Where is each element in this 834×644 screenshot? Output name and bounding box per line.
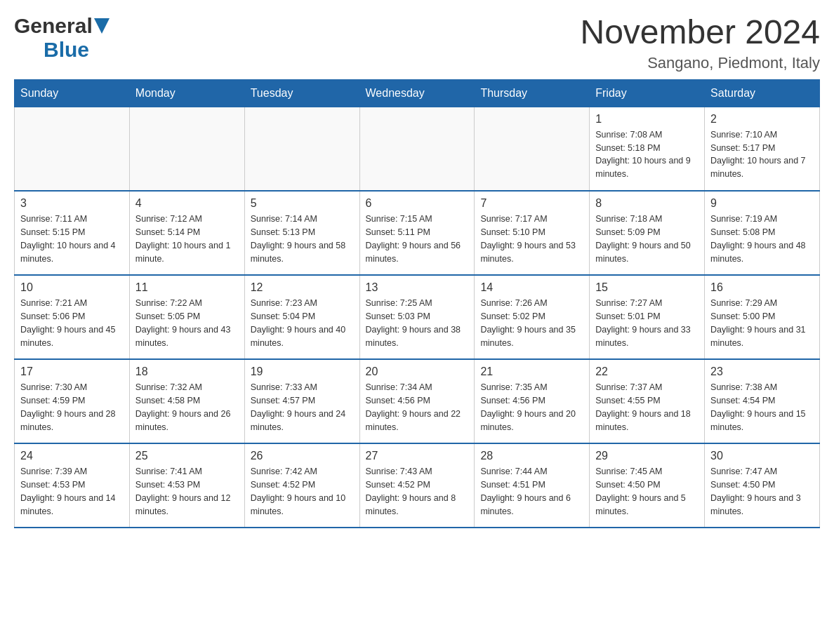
day-detail: Sunrise: 7:17 AMSunset: 5:10 PMDaylight:… (480, 213, 583, 265)
day-detail: Sunrise: 7:21 AMSunset: 5:06 PMDaylight:… (20, 297, 124, 349)
table-row: 13Sunrise: 7:25 AMSunset: 5:03 PMDayligh… (359, 275, 475, 359)
day-number: 24 (20, 450, 124, 462)
logo-triangle-icon (94, 18, 110, 36)
table-row: 29Sunrise: 7:45 AMSunset: 4:50 PMDayligh… (590, 443, 705, 528)
table-row: 5Sunrise: 7:14 AMSunset: 5:13 PMDaylight… (244, 191, 359, 275)
col-sunday: Sunday (15, 79, 130, 107)
day-number: 12 (251, 281, 354, 294)
day-detail: Sunrise: 7:42 AMSunset: 4:52 PMDaylight:… (251, 465, 354, 518)
calendar-week-row: 1Sunrise: 7:08 AMSunset: 5:18 PMDaylight… (15, 107, 820, 191)
col-monday: Monday (129, 79, 244, 107)
table-row: 6Sunrise: 7:15 AMSunset: 5:11 PMDaylight… (359, 191, 475, 275)
table-row: 4Sunrise: 7:12 AMSunset: 5:14 PMDaylight… (129, 191, 244, 275)
day-number: 18 (135, 365, 239, 378)
table-row: 30Sunrise: 7:47 AMSunset: 4:50 PMDayligh… (705, 443, 820, 528)
day-detail: Sunrise: 7:23 AMSunset: 5:04 PMDaylight:… (251, 297, 354, 349)
calendar-subtitle: Sangano, Piedmont, Italy (580, 54, 820, 72)
day-detail: Sunrise: 7:45 AMSunset: 4:50 PMDaylight:… (595, 465, 699, 518)
day-detail: Sunrise: 7:37 AMSunset: 4:55 PMDaylight:… (595, 381, 699, 434)
table-row (129, 107, 244, 191)
day-number: 29 (595, 450, 699, 462)
table-row: 10Sunrise: 7:21 AMSunset: 5:06 PMDayligh… (15, 275, 130, 359)
day-detail: Sunrise: 7:08 AMSunset: 5:18 PMDaylight:… (595, 128, 699, 181)
day-detail: Sunrise: 7:10 AMSunset: 5:17 PMDaylight:… (710, 128, 814, 181)
table-row: 12Sunrise: 7:23 AMSunset: 5:04 PMDayligh… (244, 275, 359, 359)
day-detail: Sunrise: 7:44 AMSunset: 4:51 PMDaylight:… (480, 465, 583, 518)
col-thursday: Thursday (475, 79, 590, 107)
table-row: 8Sunrise: 7:18 AMSunset: 5:09 PMDaylight… (590, 191, 705, 275)
day-detail: Sunrise: 7:22 AMSunset: 5:05 PMDaylight:… (135, 297, 239, 349)
day-number: 23 (710, 365, 814, 378)
day-number: 26 (251, 450, 354, 462)
day-detail: Sunrise: 7:38 AMSunset: 4:54 PMDaylight:… (710, 381, 814, 434)
day-detail: Sunrise: 7:26 AMSunset: 5:02 PMDaylight:… (480, 297, 583, 349)
day-number: 15 (595, 281, 699, 294)
col-friday: Friday (590, 79, 705, 107)
logo-blue-text: Blue (44, 38, 89, 61)
day-detail: Sunrise: 7:43 AMSunset: 4:52 PMDaylight:… (366, 465, 469, 518)
table-row: 28Sunrise: 7:44 AMSunset: 4:51 PMDayligh… (475, 443, 590, 528)
table-row: 1Sunrise: 7:08 AMSunset: 5:18 PMDaylight… (590, 107, 705, 191)
day-number: 3 (20, 197, 124, 210)
calendar-week-row: 3Sunrise: 7:11 AMSunset: 5:15 PMDaylight… (15, 191, 820, 275)
day-detail: Sunrise: 7:33 AMSunset: 4:57 PMDaylight:… (251, 381, 354, 434)
table-row: 18Sunrise: 7:32 AMSunset: 4:58 PMDayligh… (129, 359, 244, 443)
day-number: 19 (251, 365, 354, 378)
day-detail: Sunrise: 7:34 AMSunset: 4:56 PMDaylight:… (366, 381, 469, 434)
day-detail: Sunrise: 7:29 AMSunset: 5:00 PMDaylight:… (710, 297, 814, 349)
day-number: 8 (595, 197, 699, 210)
day-number: 6 (366, 197, 469, 210)
day-detail: Sunrise: 7:25 AMSunset: 5:03 PMDaylight:… (366, 297, 469, 349)
day-number: 25 (135, 450, 239, 462)
day-number: 14 (480, 281, 583, 294)
day-number: 22 (595, 365, 699, 378)
day-number: 13 (366, 281, 469, 294)
day-detail: Sunrise: 7:27 AMSunset: 5:01 PMDaylight:… (595, 297, 699, 349)
col-tuesday: Tuesday (244, 79, 359, 107)
table-row: 24Sunrise: 7:39 AMSunset: 4:53 PMDayligh… (15, 443, 130, 528)
table-row: 2Sunrise: 7:10 AMSunset: 5:17 PMDaylight… (705, 107, 820, 191)
logo-general-text: General (14, 14, 93, 38)
svg-marker-0 (94, 18, 110, 34)
day-number: 21 (480, 365, 583, 378)
day-detail: Sunrise: 7:18 AMSunset: 5:09 PMDaylight:… (595, 213, 699, 265)
page-header: General Blue November 2024 Sangano, Pied… (14, 14, 820, 72)
table-row: 20Sunrise: 7:34 AMSunset: 4:56 PMDayligh… (359, 359, 475, 443)
table-row: 16Sunrise: 7:29 AMSunset: 5:00 PMDayligh… (705, 275, 820, 359)
day-detail: Sunrise: 7:11 AMSunset: 5:15 PMDaylight:… (20, 213, 124, 265)
table-row (359, 107, 475, 191)
day-detail: Sunrise: 7:15 AMSunset: 5:11 PMDaylight:… (366, 213, 469, 265)
day-number: 2 (710, 113, 814, 126)
logo: General Blue (14, 14, 110, 62)
table-row: 17Sunrise: 7:30 AMSunset: 4:59 PMDayligh… (15, 359, 130, 443)
table-row: 9Sunrise: 7:19 AMSunset: 5:08 PMDaylight… (705, 191, 820, 275)
calendar-header-row: Sunday Monday Tuesday Wednesday Thursday… (15, 79, 820, 107)
day-number: 4 (135, 197, 239, 210)
day-number: 7 (480, 197, 583, 210)
table-row: 11Sunrise: 7:22 AMSunset: 5:05 PMDayligh… (129, 275, 244, 359)
table-row (244, 107, 359, 191)
day-number: 20 (366, 365, 469, 378)
table-row: 15Sunrise: 7:27 AMSunset: 5:01 PMDayligh… (590, 275, 705, 359)
table-row: 26Sunrise: 7:42 AMSunset: 4:52 PMDayligh… (244, 443, 359, 528)
calendar-title: November 2024 (580, 14, 820, 51)
day-detail: Sunrise: 7:35 AMSunset: 4:56 PMDaylight:… (480, 381, 583, 434)
day-detail: Sunrise: 7:30 AMSunset: 4:59 PMDaylight:… (20, 381, 124, 434)
day-detail: Sunrise: 7:47 AMSunset: 4:50 PMDaylight:… (710, 465, 814, 518)
day-number: 11 (135, 281, 239, 294)
day-detail: Sunrise: 7:12 AMSunset: 5:14 PMDaylight:… (135, 213, 239, 265)
table-row (475, 107, 590, 191)
table-row: 22Sunrise: 7:37 AMSunset: 4:55 PMDayligh… (590, 359, 705, 443)
day-number: 1 (595, 113, 699, 126)
day-detail: Sunrise: 7:39 AMSunset: 4:53 PMDaylight:… (20, 465, 124, 518)
day-number: 5 (251, 197, 354, 210)
table-row: 23Sunrise: 7:38 AMSunset: 4:54 PMDayligh… (705, 359, 820, 443)
table-row: 21Sunrise: 7:35 AMSunset: 4:56 PMDayligh… (475, 359, 590, 443)
table-row: 25Sunrise: 7:41 AMSunset: 4:53 PMDayligh… (129, 443, 244, 528)
table-row: 14Sunrise: 7:26 AMSunset: 5:02 PMDayligh… (475, 275, 590, 359)
day-number: 17 (20, 365, 124, 378)
day-detail: Sunrise: 7:32 AMSunset: 4:58 PMDaylight:… (135, 381, 239, 434)
calendar-table: Sunday Monday Tuesday Wednesday Thursday… (14, 79, 820, 529)
day-number: 16 (710, 281, 814, 294)
day-number: 30 (710, 450, 814, 462)
